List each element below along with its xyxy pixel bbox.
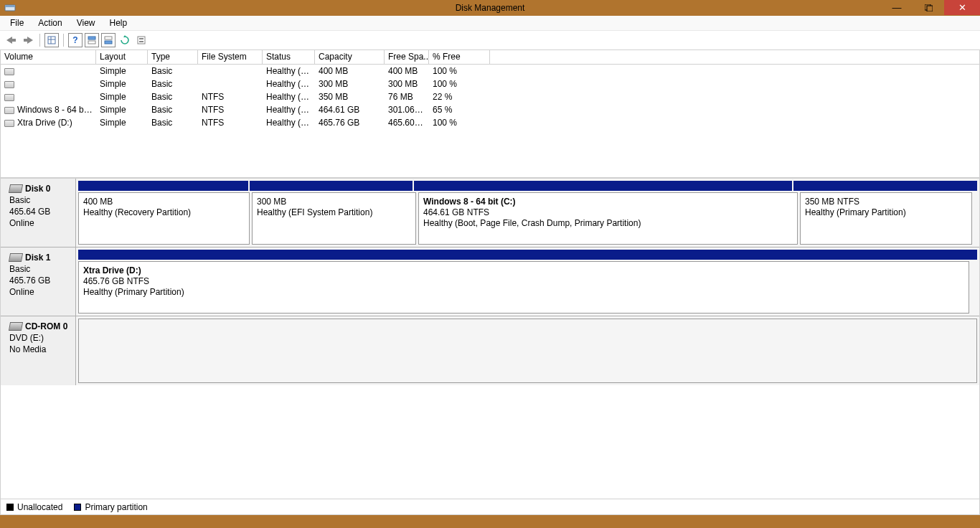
volume-layout: Simple: [96, 65, 148, 77]
column-header-capacity[interactable]: Capacity: [315, 50, 385, 64]
menu-action[interactable]: Action: [31, 16, 69, 29]
disk-info-line: 465.64 GB: [9, 206, 71, 217]
window-controls: — ✕: [881, 0, 980, 16]
volume-freespace: 76 MB: [385, 91, 429, 103]
disk-label[interactable]: Disk 0Basic465.64 GBOnline: [1, 179, 76, 247]
svg-rect-3: [927, 6, 933, 11]
help-icon[interactable]: ?: [68, 33, 83, 47]
column-header-layout[interactable]: Layout: [96, 50, 148, 64]
column-header-freespace[interactable]: Free Spa...: [385, 50, 429, 64]
table-row[interactable]: Windows 8 - 64 bit...SimpleBasicNTFSHeal…: [1, 103, 979, 116]
column-header-filesystem[interactable]: File System: [198, 50, 263, 64]
volume-name: Windows 8 - 64 bit...: [17, 105, 95, 115]
column-header-status[interactable]: Status: [263, 50, 315, 64]
svg-rect-13: [138, 37, 145, 44]
disk-row: Disk 0Basic465.64 GBOnline400 MBHealthy …: [1, 179, 979, 248]
view-bottom-icon[interactable]: [101, 33, 116, 47]
volume-filesystem: [198, 70, 263, 72]
volume-freespace: 465.60 GB: [385, 117, 429, 128]
toolbar-separator: [39, 34, 40, 47]
volume-pctfree: 65 %: [429, 104, 490, 116]
volume-pctfree: 100 %: [429, 117, 490, 128]
column-header-volume[interactable]: Volume: [1, 50, 96, 64]
table-row[interactable]: SimpleBasicHealthy (R...400 MB400 MB100 …: [1, 65, 979, 77]
volume-filesystem: [198, 83, 263, 85]
column-header-type[interactable]: Type: [148, 50, 198, 64]
partition-title: Xtra Drive (D:): [83, 265, 964, 276]
partition[interactable]: 300 MBHealthy (EFI System Partition): [252, 192, 416, 245]
disk-partitions: [76, 316, 979, 385]
volume-freespace: 301.06 GB: [385, 104, 429, 116]
svg-rect-9: [88, 37, 95, 39]
menu-view[interactable]: View: [70, 16, 103, 29]
outer-chrome: [0, 515, 980, 528]
partition-status: Healthy (Primary Partition): [805, 207, 967, 218]
close-button[interactable]: ✕: [944, 0, 980, 15]
volume-status: Healthy (E...: [263, 78, 315, 90]
volume-list[interactable]: Volume Layout Type File System Status Ca…: [0, 50, 980, 178]
disk-label[interactable]: Disk 1Basic465.76 GBOnline: [1, 248, 76, 316]
disk-label[interactable]: CD-ROM 0DVD (E:)No Media: [1, 316, 76, 385]
column-header-pctfree[interactable]: % Free: [429, 50, 490, 64]
partition[interactable]: 350 MB NTFSHealthy (Primary Partition): [800, 192, 972, 245]
volume-filesystem: NTFS: [198, 91, 263, 103]
svg-rect-10: [88, 41, 95, 44]
volume-status: Healthy (R...: [263, 65, 315, 77]
table-row[interactable]: SimpleBasicNTFSHealthy (P...350 MB76 MB2…: [1, 90, 979, 103]
svg-rect-12: [105, 41, 112, 44]
partition-status: Healthy (Recovery Partition): [83, 207, 245, 218]
settings-icon[interactable]: [44, 33, 59, 47]
table-row[interactable]: Xtra Drive (D:)SimpleBasicNTFSHealthy (P…: [1, 116, 979, 129]
window-title: Disk Management: [0, 3, 980, 13]
disk-row: Disk 1Basic465.76 GBOnlineXtra Drive (D:…: [1, 248, 979, 316]
volume-capacity: 350 MB: [315, 91, 385, 103]
view-top-icon[interactable]: [85, 33, 99, 47]
volume-pctfree: 100 %: [429, 78, 490, 90]
menu-file[interactable]: File: [3, 16, 31, 29]
drive-icon: [4, 81, 14, 88]
properties-icon[interactable]: [134, 33, 149, 47]
svg-rect-14: [139, 38, 143, 39]
disk-info-line: Basic: [9, 263, 71, 275]
disk-map: Disk 0Basic465.64 GBOnline400 MBHealthy …: [0, 178, 980, 515]
volume-layout: Simple: [96, 91, 148, 103]
volume-freespace: 400 MB: [385, 65, 429, 77]
volume-capacity: 300 MB: [315, 78, 385, 90]
volume-type: Basic: [148, 65, 198, 77]
maximize-button[interactable]: [913, 0, 944, 15]
svg-rect-11: [105, 37, 112, 39]
disk-icon: [9, 322, 23, 331]
empty-media: [78, 319, 977, 383]
menu-help[interactable]: Help: [103, 16, 135, 29]
disk-info-line: 465.76 GB: [9, 275, 71, 286]
title-bar: Disk Management — ✕: [0, 0, 980, 16]
partition[interactable]: Windows 8 - 64 bit (C:)464.61 GB NTFSHea…: [418, 192, 798, 245]
menu-bar: File Action View Help: [0, 16, 980, 31]
disk-info-line: Basic: [9, 194, 71, 206]
legend-unallocated: Unallocated: [6, 502, 62, 512]
partition[interactable]: 400 MBHealthy (Recovery Partition): [78, 192, 250, 245]
forward-button[interactable]: [21, 33, 35, 47]
legend-primary-label: Primary partition: [85, 502, 147, 512]
volume-status: Healthy (B...: [263, 104, 315, 116]
disk-row: CD-ROM 0DVD (E:)No Media: [1, 316, 979, 385]
disk-title: Disk 0: [9, 183, 71, 194]
back-button[interactable]: [4, 33, 19, 47]
volume-type: Basic: [148, 78, 198, 90]
partition[interactable]: Xtra Drive (D:)465.76 GB NTFSHealthy (Pr…: [78, 261, 969, 314]
refresh-icon[interactable]: [118, 33, 132, 47]
partition-size: 350 MB NTFS: [805, 197, 967, 207]
table-row[interactable]: SimpleBasicHealthy (E...300 MB300 MB100 …: [1, 77, 979, 90]
volume-capacity: 465.76 GB: [315, 117, 385, 128]
disk-info-line: Online: [9, 286, 71, 298]
minimize-button[interactable]: —: [881, 0, 913, 15]
drive-icon: [4, 107, 14, 114]
partition-size: 400 MB: [83, 197, 245, 207]
volume-pctfree: 100 %: [429, 65, 490, 77]
drive-icon: [4, 120, 14, 127]
volume-type: Basic: [148, 117, 198, 128]
volume-list-header: Volume Layout Type File System Status Ca…: [1, 50, 979, 65]
disk-title: CD-ROM 0: [9, 321, 71, 332]
svg-rect-6: [48, 37, 55, 44]
svg-rect-15: [139, 41, 143, 42]
